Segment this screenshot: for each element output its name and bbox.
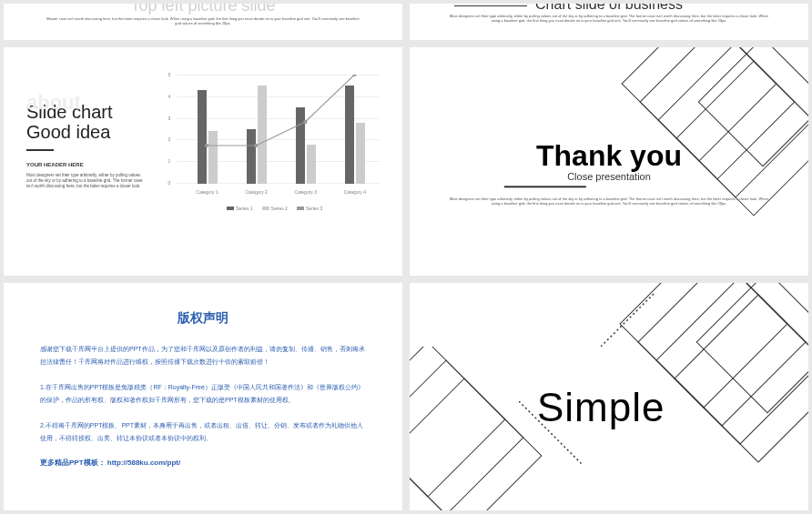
thank-you-subtitle: Close presentation	[450, 171, 768, 182]
more-label: 更多精品PPT模板：	[40, 459, 106, 467]
svg-rect-11	[675, 295, 808, 462]
svg-rect-16	[410, 347, 505, 497]
slide-copyright: 版权声明 感谢您下载千库网平台上提供的PPT作品，为了您和千库网以及原创作者的利…	[4, 283, 402, 511]
svg-rect-10	[656, 283, 808, 444]
bar-chart: 543210 Category 1Category 2Category 3Cat…	[160, 75, 380, 248]
title-line-2: Good idea	[26, 122, 110, 142]
slide-top-right-partial: Chart slide of business Most designers s…	[410, 4, 808, 40]
dotted-line-icon	[601, 292, 655, 347]
svg-rect-14	[410, 360, 523, 510]
svg-rect-13	[696, 283, 808, 413]
partial-title: Top left picture slide	[130, 4, 275, 15]
slide-top-left-partial: Top left picture slide Master case isn't…	[4, 4, 402, 40]
decorative-line	[454, 5, 527, 6]
svg-line-17	[601, 292, 655, 347]
more-templates-link[interactable]: 更多精品PPT模板： http://588ku.com/ppt/	[40, 458, 366, 468]
copyright-para-2: 1.在千库网出售的PPT模板是免版税类（RF：Royalty-Free）正版受《…	[40, 381, 366, 407]
copyright-para-1: 感谢您下载千库网平台上提供的PPT作品，为了您和千库网以及原创作者的利益，请勿复…	[40, 343, 366, 368]
body-text: Most designers set their type arbitraril…	[450, 197, 768, 206]
simple-title: Simple	[537, 385, 665, 430]
partial-title: Chart slide of business	[535, 4, 683, 13]
copyright-para-3: 2.不得将千库网的PPT模板、PPT素材，本身用于再出售，或者出租、出借、转让、…	[40, 419, 366, 445]
slide-chart: about Slide chart Good idea YOUR HEADER …	[4, 47, 402, 276]
watermark-text: about	[26, 91, 81, 115]
copyright-title: 版权声明	[40, 310, 366, 327]
partial-sub: Master case isn't worth discussing here,…	[44, 17, 362, 26]
slide-thank-you: Thank you Close presentation Most design…	[410, 47, 808, 276]
decorative-rule	[504, 186, 586, 187]
slide-simple: Simple	[410, 283, 808, 511]
body-text: Most designers set their type arbitraril…	[26, 173, 145, 189]
chart-legend: Series 1Series 2Series 3	[169, 206, 380, 211]
thank-you-title: Thank you	[450, 139, 768, 173]
section-header: YOUR HEADER HERE	[26, 162, 160, 167]
decorative-rule	[26, 149, 54, 151]
more-url: http://588ku.com/ppt/	[107, 459, 180, 467]
partial-sub: Most designers set their type arbitraril…	[450, 15, 768, 24]
